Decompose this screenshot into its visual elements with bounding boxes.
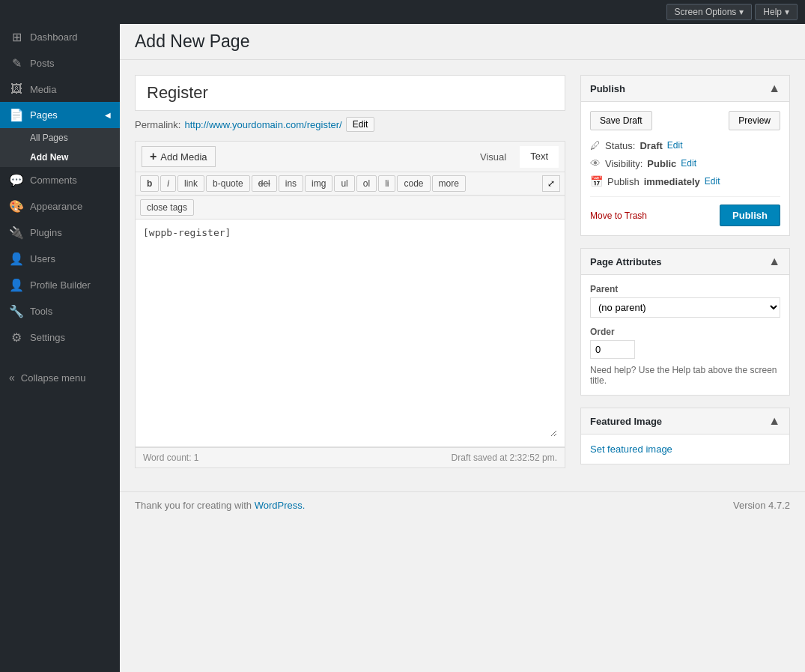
toolbar-btn-code[interactable]: code xyxy=(397,175,430,192)
tab-text[interactable]: Text xyxy=(520,146,559,168)
sidebar-widgets: Publish ▲ Save Draft Preview 🖊 Status: xyxy=(580,75,790,476)
attr-help-text: Need help? Use the Help tab above the sc… xyxy=(590,365,780,386)
editor-textarea[interactable]: [wppb-register] xyxy=(143,227,557,437)
sidebar-item-label: Media xyxy=(30,84,56,95)
sidebar-item-label: Pages xyxy=(30,109,58,121)
sidebar-item-settings[interactable]: ⚙ Settings xyxy=(0,324,120,351)
toolbar-btn-del[interactable]: del xyxy=(252,175,277,192)
screen-options-button[interactable]: Screen Options ▾ xyxy=(666,4,753,20)
tab-visual[interactable]: Visual xyxy=(470,146,517,167)
toolbar-btn-img[interactable]: img xyxy=(305,175,332,192)
sidebar-item-all-pages[interactable]: All Pages xyxy=(0,128,120,148)
featured-image-toggle-icon: ▲ xyxy=(768,414,780,428)
sidebar-item-posts[interactable]: ✎ Posts xyxy=(0,50,120,76)
parent-select[interactable]: (no parent) xyxy=(590,297,780,318)
help-button[interactable]: Help ▾ xyxy=(755,4,798,20)
close-tags-button[interactable]: close tags xyxy=(140,199,194,216)
featured-image-title: Featured Image xyxy=(590,416,662,427)
help-label: Help xyxy=(763,7,782,17)
permalink-edit-button[interactable]: Edit xyxy=(346,117,375,132)
posts-icon: ✎ xyxy=(9,56,24,70)
sidebar-item-label: Tools xyxy=(30,306,52,317)
sidebar-item-comments[interactable]: 💬 Comments xyxy=(0,167,120,193)
toolbar-btn-li[interactable]: li xyxy=(378,175,395,192)
toolbar-btn-ul[interactable]: ul xyxy=(334,175,354,192)
publish-widget: Publish ▲ Save Draft Preview 🖊 Status: xyxy=(580,75,790,236)
parent-label: Parent xyxy=(590,284,780,294)
page-attributes-body: Parent (no parent) Order Need help? Use … xyxy=(581,275,789,395)
publish-footer: Move to Trash Publish xyxy=(590,196,780,226)
dashboard-icon: ⊞ xyxy=(9,30,24,44)
toolbar-btn-link[interactable]: link xyxy=(177,175,204,192)
sidebar-item-media[interactable]: 🖼 Media xyxy=(0,76,120,102)
sidebar-item-label: Comments xyxy=(30,175,77,186)
page-attributes-header[interactable]: Page Attributes ▲ xyxy=(581,249,789,275)
sidebar-item-add-new[interactable]: Add New xyxy=(0,148,120,167)
publish-time-value: immediately xyxy=(644,176,700,187)
publish-button[interactable]: Publish xyxy=(720,205,780,226)
site-footer: Thank you for creating with WordPress. V… xyxy=(120,491,805,518)
sidebar-item-label: Posts xyxy=(30,58,55,69)
collapse-menu-icon: « xyxy=(9,372,15,384)
profile-builder-icon: 👤 xyxy=(9,278,24,292)
collapse-menu-item[interactable]: « Collapse menu xyxy=(0,366,120,390)
appearance-icon: 🎨 xyxy=(9,199,24,214)
publish-widget-body: Save Draft Preview 🖊 Status: Draft Edit xyxy=(581,102,789,235)
sidebar-item-plugins[interactable]: 🔌 Plugins xyxy=(0,220,120,246)
permalink-url[interactable]: http://www.yourdomain.com/register/ xyxy=(184,119,341,130)
visibility-icon: 👁 xyxy=(590,157,601,169)
permalink-label: Permalink: xyxy=(135,119,180,130)
fullscreen-button[interactable]: ⤢ xyxy=(542,175,560,192)
visibility-edit-link[interactable]: Edit xyxy=(681,158,696,169)
sidebar-item-users[interactable]: 👤 Users xyxy=(0,246,120,272)
toolbar-btn-bquote[interactable]: b-quote xyxy=(206,175,250,192)
content-area: Permalink: http://www.yourdomain.com/reg… xyxy=(120,60,805,491)
pages-submenu: All Pages Add New xyxy=(0,128,120,167)
sidebar-item-appearance[interactable]: 🎨 Appearance xyxy=(0,193,120,220)
permalink-bar: Permalink: http://www.yourdomain.com/reg… xyxy=(135,117,565,132)
toolbar-btn-more[interactable]: more xyxy=(432,175,466,192)
toolbar-row-2: close tags xyxy=(136,196,565,219)
toolbar-row-1: b i link b-quote del ins img ul ol li co… xyxy=(136,172,565,196)
sidebar: ⊞ Dashboard ✎ Posts 🖼 Media 📄 Pages ◀ Al… xyxy=(0,24,120,672)
toolbar-btn-bold[interactable]: b xyxy=(140,175,159,192)
status-edit-link[interactable]: Edit xyxy=(667,140,683,151)
main-content: Add New Page Permalink: http://www.yourd… xyxy=(120,24,805,672)
comments-icon: 💬 xyxy=(9,173,24,187)
tools-icon: 🔧 xyxy=(9,304,24,318)
sidebar-item-label: Plugins xyxy=(30,227,62,238)
page-title-input[interactable] xyxy=(135,75,565,111)
move-to-trash-button[interactable]: Move to Trash xyxy=(590,211,647,221)
draft-saved: Draft saved at 2:32:52 pm. xyxy=(452,452,557,463)
publish-widget-header[interactable]: Publish ▲ xyxy=(581,76,789,102)
visibility-label: Visibility: xyxy=(605,158,643,169)
order-input[interactable] xyxy=(590,340,635,359)
publish-toggle-icon: ▲ xyxy=(768,82,780,95)
sidebar-item-label: Settings xyxy=(30,332,65,343)
page-attributes-title: Page Attributes xyxy=(590,256,662,267)
featured-image-header[interactable]: Featured Image ▲ xyxy=(581,408,789,435)
publish-time-edit-link[interactable]: Edit xyxy=(705,176,720,187)
help-chevron: ▾ xyxy=(785,7,789,17)
editor-body[interactable]: [wppb-register] xyxy=(135,219,565,447)
save-draft-button[interactable]: Save Draft xyxy=(590,111,652,130)
sidebar-item-pages[interactable]: 📄 Pages ◀ xyxy=(0,102,120,128)
status-label: Status: xyxy=(605,140,635,151)
add-media-button[interactable]: + Add Media xyxy=(142,146,216,167)
preview-button[interactable]: Preview xyxy=(729,111,780,130)
word-count: Word count: 1 xyxy=(143,452,198,463)
sidebar-item-profile-builder[interactable]: 👤 Profile Builder xyxy=(0,272,120,298)
sidebar-item-dashboard[interactable]: ⊞ Dashboard xyxy=(0,24,120,50)
wordpress-link[interactable]: WordPress. xyxy=(255,500,306,511)
status-icon: 🖊 xyxy=(590,139,601,151)
toolbar-btn-italic[interactable]: i xyxy=(160,175,176,192)
plugins-icon: 🔌 xyxy=(9,225,24,240)
version-label: Version 4.7.2 xyxy=(733,500,790,511)
top-bar: Screen Options ▾ Help ▾ xyxy=(0,0,805,24)
sidebar-item-tools[interactable]: 🔧 Tools xyxy=(0,298,120,324)
set-featured-image-link[interactable]: Set featured image xyxy=(590,444,672,455)
visibility-value: Public xyxy=(647,158,676,169)
toolbar-btn-ol[interactable]: ol xyxy=(356,175,377,192)
sidebar-item-label: Users xyxy=(30,253,55,264)
toolbar-btn-ins[interactable]: ins xyxy=(279,175,303,192)
